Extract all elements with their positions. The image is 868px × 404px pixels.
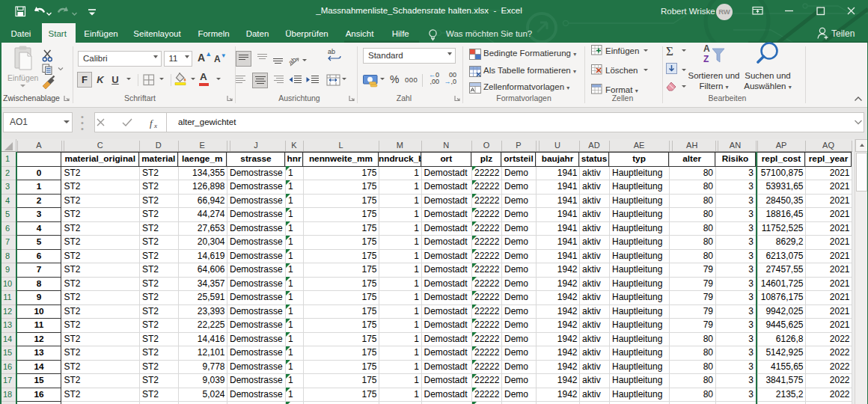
svg-text:Einfügen: Einfügen xyxy=(7,73,39,82)
svg-text:ab: ab xyxy=(328,48,335,55)
svg-text:A: A xyxy=(703,43,710,54)
svg-text:ab: ab xyxy=(287,55,298,67)
svg-text:Z: Z xyxy=(703,54,709,64)
svg-text:x: x xyxy=(153,122,157,129)
